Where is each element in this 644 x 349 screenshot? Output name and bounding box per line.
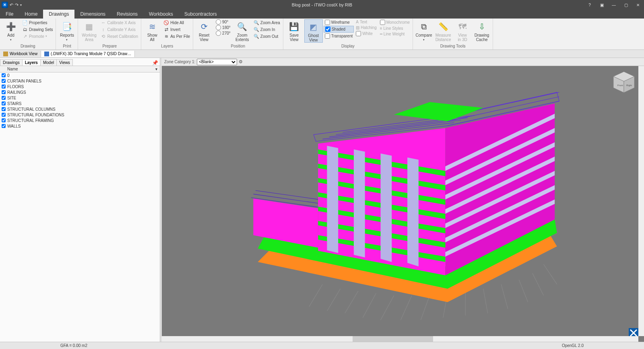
layer-row[interactable]: STRUCTURAL FRAMING [0,118,160,123]
line-weight-checkbox[interactable]: ━Line Weight [379,31,411,37]
shaded-checkbox[interactable]: Shaded [324,26,354,33]
layer-checkbox[interactable] [2,79,6,83]
panel-tab-views[interactable]: Views [56,59,73,66]
tab-workbooks[interactable]: Workbooks [143,10,179,19]
monochrome-checkbox[interactable]: Monochrome [379,19,411,25]
working-area-button[interactable]: ▦ Working Area [80,19,98,42]
reset-view-button[interactable]: ⟳ Reset View [195,19,213,42]
tab-dimensions[interactable]: Dimensions [74,10,111,19]
tab-home[interactable]: Home [19,10,43,19]
calibrate-x-button[interactable]: ↔Calibrate X Axis [99,19,139,26]
layer-row[interactable]: CURTAIN PANELS [0,78,160,84]
zoom-out-button[interactable]: 🔍Zoom Out [252,33,281,39]
layer-name: STRUCTURAL COLUMNS [7,107,56,112]
transparent-checkbox[interactable]: Transparent [324,33,354,39]
layer-row[interactable]: STAIRS [0,101,160,106]
layer-checkbox[interactable] [2,107,6,111]
svg-line-2 [345,291,358,313]
ghost-view-button[interactable]: ◩ Ghost View [304,19,323,43]
ribbon-group-position: ⟳ Reset View 90° 180° 270° 🔍 Zoom Extent… [193,19,283,50]
add-button[interactable]: ➕ Add ▾ [2,19,20,41]
svg-line-21 [256,190,325,200]
redo-icon[interactable]: ↷ [15,2,19,8]
layer-checkbox[interactable] [2,90,6,94]
layer-row[interactable]: 0 [0,72,160,78]
zoom-extents-button[interactable]: 🔍 Zoom Extents [233,19,252,42]
layer-row[interactable]: STRUCTURAL FOUNDATIONS [0,112,160,118]
undo-icon[interactable]: ↶ [10,2,13,8]
maximize-button[interactable]: ▢ [620,0,632,10]
status-bar: GFA = 0.00 m2 OpenGL 2.0 [0,342,644,349]
zone-settings-icon[interactable]: ⚙ [239,59,243,64]
rotate-270-radio[interactable]: 270° [216,31,231,36]
properties-button[interactable]: 📄Properties [21,19,54,26]
as-per-file-button[interactable]: ≋As Per File [162,33,191,39]
rotate-90-radio[interactable]: 90° [216,19,231,25]
drawing-sets-button[interactable]: 🗂Drawing Sets [21,26,54,33]
view-in-3d-button[interactable]: 🗺 View in 3D [453,19,472,42]
tab-subcontractors[interactable]: Subcontractors [179,10,223,19]
add-icon: ➕ [5,21,17,32]
show-all-button[interactable]: ≋ Show All [143,19,161,42]
white-checkbox[interactable]: White [355,31,378,37]
minimize-button[interactable]: — [608,0,620,10]
ribbon-toggle-button[interactable]: ▣ [596,0,608,10]
measure-distance-button[interactable]: 📏 Measure Distance [434,19,452,42]
tab-drawings[interactable]: Drawings [43,10,74,19]
close-button[interactable]: ✕ [632,0,644,10]
save-view-button[interactable]: 💾 Save View [285,19,303,42]
layer-checkbox[interactable] [2,73,6,77]
reports-button[interactable]: 📑 Reports ▾ [58,19,76,41]
title-bar: ✕ ↶ ↷ ▾ Blog post - iTWO costX by RIB ? … [0,0,644,10]
panel-tab-drawings[interactable]: Drawings [0,59,23,66]
wireframe-checkbox[interactable]: Wireframe [324,19,354,25]
help-button[interactable]: ? [584,0,596,10]
layer-name: WALLS [7,124,21,128]
promote-button[interactable]: ↗Promote ▾ [21,33,54,39]
layer-checkbox[interactable] [2,96,6,100]
layer-checkbox[interactable] [2,101,6,105]
compare-button[interactable]: ⧉ Compare ▾ [415,19,433,41]
rotate-180-radio[interactable]: 180° [216,25,231,30]
hatching-checkbox[interactable]: ▨Hatching [355,25,378,30]
pin-icon[interactable]: 📌 [152,60,160,66]
zoom-in-button[interactable]: 🔍Zoom In [252,26,281,33]
workbook-view-tab[interactable]: Workbook View [0,51,41,57]
tab-revisions[interactable]: Revisions [111,10,143,19]
text-checkbox[interactable]: AText [355,19,378,25]
layer-row[interactable]: FLOORS [0,84,160,89]
view-cube[interactable]: Front Right [612,70,636,94]
layer-checkbox[interactable] [2,124,6,128]
zone-category-select[interactable]: <Blank> [197,59,237,65]
ribbon-group-drawing-tools: ⧉ Compare ▾ 📏 Measure Distance 🗺 View in… [413,19,493,50]
qat-dropdown-icon[interactable]: ▾ [20,3,22,7]
viewport-toolbar: Zone Category 1: <Blank> ⚙ [162,58,644,66]
tab-file[interactable]: File [0,10,19,19]
layers-icon: ≋ [147,21,158,32]
invert-button[interactable]: ⇄Invert [162,26,191,33]
zoom-area-button[interactable]: 🔍Zoom Area [252,19,281,26]
3d-viewport[interactable]: Front Right [162,66,644,342]
zoom-area-icon: 🔍 [254,20,259,25]
layer-checkbox[interactable] [2,85,6,89]
menu-bar: File Home Drawings Dimensions Revisions … [0,10,644,19]
hide-all-button[interactable]: 🚫Hide All [162,19,191,26]
layers-grid-header[interactable]: Name ▾ [0,66,160,72]
layer-row[interactable]: RAILINGS [0,89,160,95]
reset-calibration-button[interactable]: ⟲Reset Calibration [99,33,139,39]
layer-row[interactable]: SITE [0,95,160,101]
panel-tab-layers[interactable]: Layers [22,59,41,66]
sort-dropdown-icon[interactable]: ▾ [155,67,160,71]
drawing-cache-button[interactable]: ⇩ Drawing Cache [473,19,491,42]
layer-row[interactable]: STRUCTURAL COLUMNS [0,106,160,112]
line-styles-checkbox[interactable]: ≡Line Styles [379,26,411,31]
drawing-tab[interactable]: (.DWFX) 3D Training Module 7 QSID Draw… [41,51,135,57]
calibrate-y-button[interactable]: ↕Calibrate Y Axis [99,26,139,33]
zoom-out-icon: 🔍 [254,33,259,39]
viewport-scrollbar-horizontal[interactable] [162,336,638,342]
layer-checkbox[interactable] [2,113,6,117]
panel-tab-model[interactable]: Model [40,59,57,66]
viewport-scrollbar-vertical[interactable] [638,66,644,336]
layer-row[interactable]: WALLS [0,123,160,129]
layer-checkbox[interactable] [2,118,6,122]
